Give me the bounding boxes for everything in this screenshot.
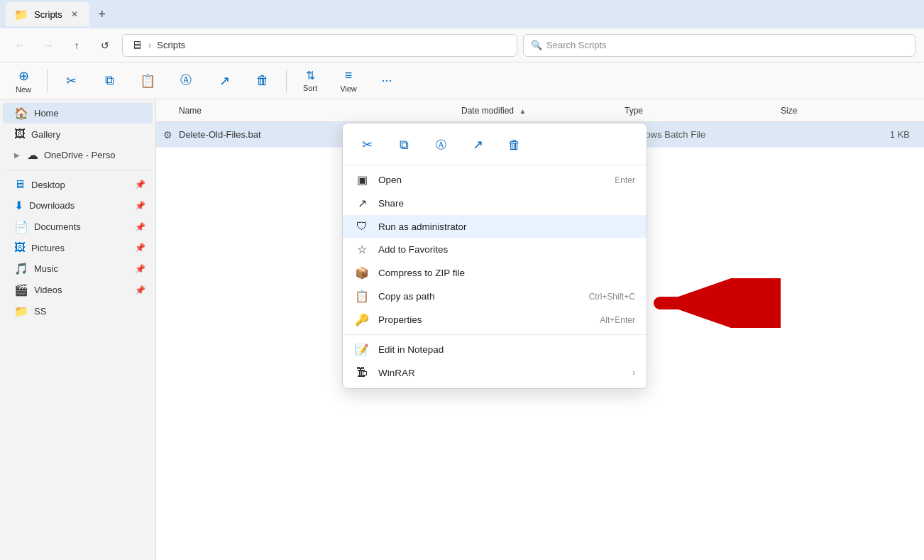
sidebar-item-pictures[interactable]: 🖼 Pictures 📌 xyxy=(3,238,153,258)
cm-favorites-icon: ☆ xyxy=(354,243,370,256)
downloads-pin-icon: 📌 xyxy=(135,201,145,211)
sidebar-item-onedrive[interactable]: ▶ ☁ OneDrive - Perso xyxy=(3,145,153,165)
music-icon: 🎵 xyxy=(14,262,28,275)
share-button[interactable]: ↗ xyxy=(207,70,242,92)
cm-notepad-icon: 📝 xyxy=(354,343,370,356)
cm-copypath-icon: 📋 xyxy=(354,290,370,303)
red-arrow-indicator xyxy=(639,278,781,331)
cm-properties-icon: 🔑 xyxy=(354,313,370,326)
tab-folder-icon: 📁 xyxy=(14,8,28,21)
sidebar-divider-1 xyxy=(6,170,150,170)
search-icon: 🔍 xyxy=(531,40,542,50)
cm-zip-icon: 📦 xyxy=(354,266,370,280)
content-area: Name Date modified ▲ Type Size ⚙ Delete-… xyxy=(156,99,924,560)
videos-pin-icon: 📌 xyxy=(135,285,145,295)
active-tab[interactable]: 📁 Scripts ✕ xyxy=(6,2,89,26)
cm-winrar-arrow: › xyxy=(632,368,635,378)
cm-favorites-label: Add to Favorites xyxy=(378,244,635,255)
sidebar-item-videos[interactable]: 🎬 Videos 📌 xyxy=(3,280,153,300)
cm-delete-button[interactable]: 🗑 xyxy=(502,132,527,158)
paste-button[interactable]: 📋 xyxy=(130,70,165,92)
cm-item-properties[interactable]: 🔑 Properties Alt+Enter xyxy=(343,308,647,331)
tab-close-button[interactable]: ✕ xyxy=(68,8,81,21)
sidebar-item-ss[interactable]: 📁 SS xyxy=(3,301,153,322)
back-button[interactable]: ← xyxy=(9,34,31,57)
new-button[interactable]: ⊕ New xyxy=(6,65,41,97)
sidebar-pictures-label: Pictures xyxy=(31,243,129,253)
sidebar-item-gallery[interactable]: 🖼 Gallery xyxy=(3,124,153,144)
cm-copypath-shortcut: Ctrl+Shift+C xyxy=(589,292,635,302)
sidebar-item-desktop[interactable]: 🖥 Desktop 📌 xyxy=(3,175,153,194)
cm-item-run-admin[interactable]: 🛡 Run as administrator xyxy=(343,215,647,238)
cm-item-edit-notepad[interactable]: 📝 Edit in Notepad xyxy=(343,338,647,361)
current-path: Scripts xyxy=(157,40,185,50)
col-name-header: Name xyxy=(156,106,461,116)
cm-rename-button[interactable]: Ⓐ xyxy=(428,132,453,158)
sidebar-item-downloads[interactable]: ⬇ Downloads 📌 xyxy=(3,195,153,216)
rename-button[interactable]: Ⓐ xyxy=(168,70,204,91)
copy-icon: ⧉ xyxy=(105,73,114,88)
cm-divider-1 xyxy=(343,334,647,335)
search-box[interactable]: 🔍 Search Scripts xyxy=(523,34,915,57)
sort-arrow-icon: ▲ xyxy=(519,107,526,115)
cut-button[interactable]: ✂ xyxy=(53,70,89,92)
share-icon: ↗ xyxy=(219,73,230,89)
sort-button[interactable]: ⇅ Sort xyxy=(292,66,328,95)
onedrive-expand-icon: ▶ xyxy=(14,151,20,159)
more-icon: ··· xyxy=(381,73,392,88)
sidebar-documents-label: Documents xyxy=(34,221,129,232)
file-bat-icon: ⚙ xyxy=(156,129,179,141)
sort-icon: ⇅ xyxy=(306,69,315,82)
toolbar-separator-1 xyxy=(47,70,48,92)
copy-button[interactable]: ⧉ xyxy=(92,70,127,91)
cm-cut-button[interactable]: ✂ xyxy=(354,132,380,158)
documents-icon: 📄 xyxy=(14,220,28,234)
sidebar-item-documents[interactable]: 📄 Documents 📌 xyxy=(3,216,153,237)
sidebar-desktop-label: Desktop xyxy=(31,180,129,190)
sidebar-home-label: Home xyxy=(34,108,145,119)
cm-properties-shortcut: Alt+Enter xyxy=(600,315,635,325)
view-button[interactable]: ≡ View xyxy=(331,65,366,96)
cm-admin-label: Run as administrator xyxy=(378,221,635,232)
main-layout: 🏠 Home 🖼 Gallery ▶ ☁ OneDrive - Perso 🖥 … xyxy=(0,99,924,560)
sidebar-item-music[interactable]: 🎵 Music 📌 xyxy=(3,258,153,279)
cm-item-compress-zip[interactable]: 📦 Compress to ZIP file xyxy=(343,261,647,285)
cm-open-label: Open xyxy=(378,175,606,185)
forward-button[interactable]: → xyxy=(37,34,60,57)
cm-notepad-label: Edit in Notepad xyxy=(378,344,635,355)
cm-item-add-favorites[interactable]: ☆ Add to Favorites xyxy=(343,238,647,261)
sidebar-item-home[interactable]: 🏠 Home xyxy=(3,103,153,123)
more-button[interactable]: ··· xyxy=(369,70,405,91)
rename-icon: Ⓐ xyxy=(180,73,192,88)
cm-item-winrar[interactable]: 🗜 WinRAR › xyxy=(343,361,647,384)
sidebar-ss-label: SS xyxy=(34,306,145,317)
cm-item-copy-path[interactable]: 📋 Copy as path Ctrl+Shift+C xyxy=(343,285,647,308)
delete-button[interactable]: 🗑 xyxy=(245,70,280,91)
videos-icon: 🎬 xyxy=(14,283,28,297)
path-separator: › xyxy=(148,40,151,50)
refresh-button[interactable]: ↺ xyxy=(94,34,116,57)
toolbar-separator-2 xyxy=(286,70,287,92)
file-size: 1 KB xyxy=(781,129,924,140)
cm-admin-icon: 🛡 xyxy=(354,220,370,233)
cm-item-share[interactable]: ↗ Share xyxy=(343,192,647,215)
desktop-icon: 🖥 xyxy=(14,178,26,191)
documents-pin-icon: 📌 xyxy=(135,222,145,232)
cm-copy-button[interactable]: ⧉ xyxy=(391,132,417,158)
search-placeholder: Search Scripts xyxy=(546,40,607,50)
cm-share-button[interactable]: ↗ xyxy=(465,132,490,158)
cm-share-menu-icon: ↗ xyxy=(354,197,370,210)
column-header: Name Date modified ▲ Type Size xyxy=(156,99,924,122)
gallery-icon: 🖼 xyxy=(14,128,26,141)
toolbar: ⊕ New ✂ ⧉ 📋 Ⓐ ↗ 🗑 ⇅ Sort ≡ View ··· xyxy=(0,62,924,99)
address-bar: ← → ↑ ↺ 🖥 › Scripts 🔍 Search Scripts xyxy=(0,28,924,62)
cm-copypath-label: Copy as path xyxy=(378,291,581,302)
title-bar: 📁 Scripts ✕ + xyxy=(0,0,924,28)
context-menu-toolbar: ✂ ⧉ Ⓐ ↗ 🗑 xyxy=(343,128,647,165)
new-tab-button[interactable]: + xyxy=(92,4,112,24)
tab-title: Scripts xyxy=(34,9,62,20)
ss-folder-icon: 📁 xyxy=(14,304,28,318)
cm-item-open[interactable]: ▣ Open Enter xyxy=(343,168,647,192)
up-button[interactable]: ↑ xyxy=(65,34,88,57)
address-input[interactable]: 🖥 › Scripts xyxy=(122,34,517,57)
